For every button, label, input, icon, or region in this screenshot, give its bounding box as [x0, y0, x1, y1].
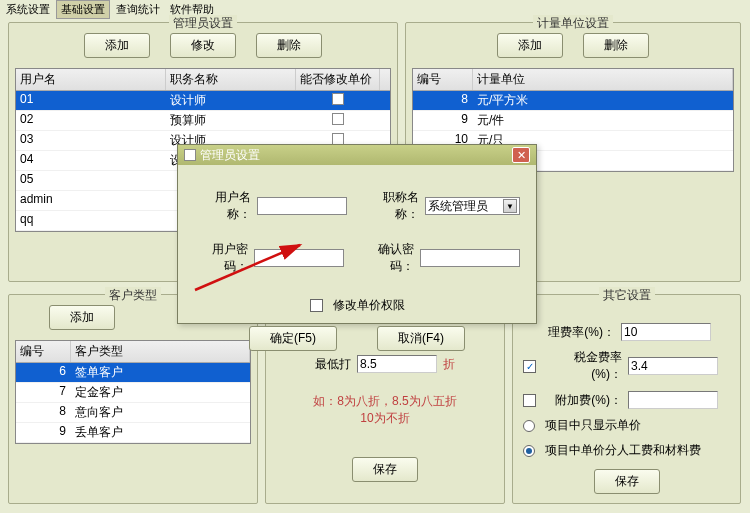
table-cell: 9	[413, 111, 473, 130]
table-cell: 02	[16, 111, 166, 130]
table-row[interactable]: 9元/件	[413, 111, 733, 131]
unit-add-button[interactable]: 添加	[497, 33, 563, 58]
admin-edit-button[interactable]: 修改	[170, 33, 236, 58]
other-opt2-label: 项目中单价分人工费和材料费	[545, 442, 701, 459]
admin-modal-title: 管理员设置	[200, 147, 260, 164]
table-cell: 01	[16, 91, 166, 110]
unit-panel-title: 计量单位设置	[533, 15, 613, 32]
table-cell: 9	[16, 423, 71, 442]
table-cell: 04	[16, 151, 166, 170]
other-opt1-radio[interactable]	[523, 420, 535, 432]
chevron-down-icon[interactable]: ▼	[503, 199, 517, 213]
modal-role-value: 系统管理员	[428, 198, 488, 215]
table-cell: 签单客户	[71, 363, 250, 382]
modal-pwd-input[interactable]	[254, 249, 344, 267]
menubar: 系统设置 基础设置 查询统计 软件帮助	[0, 0, 750, 18]
discount-save-button[interactable]: 保存	[352, 457, 418, 482]
table-cell: 元/平方米	[473, 91, 733, 110]
other-tax-check[interactable]: ✓	[523, 360, 536, 373]
table-row[interactable]: 01设计师	[16, 91, 390, 111]
unit-col-unit: 计量单位	[473, 69, 733, 90]
cust-col-id: 编号	[16, 341, 71, 362]
modal-pwd-label: 用户密码：	[194, 241, 248, 275]
other-tax-input[interactable]	[628, 357, 718, 375]
menu-system[interactable]: 系统设置	[2, 1, 54, 18]
table-cell: 05	[16, 171, 166, 190]
modal-perm-check[interactable]	[310, 299, 323, 312]
other-panel: 其它设置 理费率(%)： ✓ 税金费率(%)： 附加费(%)： 项目中只显示单价…	[512, 294, 741, 504]
table-cell: 8	[16, 403, 71, 422]
modal-role-select[interactable]: 系统管理员 ▼	[425, 197, 520, 215]
modal-cancel-button[interactable]: 取消(F4)	[377, 326, 465, 351]
row-checkbox[interactable]	[332, 93, 344, 105]
admin-modal: 管理员设置 ✕ 用户名称： 职称名称： 系统管理员 ▼ 用户密码： 确认密码： …	[177, 144, 537, 324]
modal-pwd2-input[interactable]	[420, 249, 520, 267]
other-mgmt-label: 理费率(%)：	[523, 324, 615, 341]
other-mgmt-input[interactable]	[621, 323, 711, 341]
other-extra-label: 附加费(%)：	[546, 392, 622, 409]
modal-pwd2-label: 确认密码：	[360, 241, 414, 275]
row-checkbox[interactable]	[332, 113, 344, 125]
modal-role-label: 职称名称：	[363, 189, 420, 223]
table-row[interactable]: 9丢单客户	[16, 423, 250, 443]
table-cell: 6	[16, 363, 71, 382]
modal-ok-button[interactable]: 确定(F5)	[249, 326, 337, 351]
table-cell: admin	[16, 191, 166, 210]
menu-query[interactable]: 查询统计	[112, 1, 164, 18]
table-cell: 设计师	[166, 91, 296, 110]
cust-add-button[interactable]: 添加	[49, 305, 115, 330]
other-tax-label: 税金费率(%)：	[546, 349, 622, 383]
other-extra-input[interactable]	[628, 391, 718, 409]
modal-perm-label: 修改单价权限	[333, 297, 405, 314]
modal-icon	[184, 149, 196, 161]
table-cell: 定金客户	[71, 383, 250, 402]
modal-user-input[interactable]	[257, 197, 347, 215]
table-cell	[296, 91, 380, 110]
table-cell: 7	[16, 383, 71, 402]
discount-note1: 如：8为八折，8.5为八五折	[266, 393, 504, 410]
table-row[interactable]: 02预算师	[16, 111, 390, 131]
discount-note2: 10为不折	[266, 410, 504, 427]
table-cell: qq	[16, 211, 166, 230]
admin-col-canedit: 能否修改单价	[296, 69, 380, 90]
table-row[interactable]: 8元/平方米	[413, 91, 733, 111]
cust-panel-title: 客户类型	[105, 287, 161, 304]
other-extra-check[interactable]	[523, 394, 536, 407]
admin-col-role: 职务名称	[166, 69, 296, 90]
admin-add-button[interactable]: 添加	[84, 33, 150, 58]
table-cell: 意向客户	[71, 403, 250, 422]
table-row[interactable]: 8意向客户	[16, 403, 250, 423]
admin-col-user: 用户名	[16, 69, 166, 90]
other-save-button[interactable]: 保存	[594, 469, 660, 494]
admin-panel-title: 管理员设置	[169, 15, 237, 32]
modal-user-label: 用户名称：	[194, 189, 251, 223]
table-cell	[296, 111, 380, 130]
table-cell: 丢单客户	[71, 423, 250, 442]
table-cell: 03	[16, 131, 166, 150]
menu-basic[interactable]: 基础设置	[56, 0, 110, 19]
admin-del-button[interactable]: 删除	[256, 33, 322, 58]
other-panel-title: 其它设置	[599, 287, 655, 304]
other-opt1-label: 项目中只显示单价	[545, 417, 641, 434]
unit-col-id: 编号	[413, 69, 473, 90]
admin-modal-titlebar[interactable]: 管理员设置 ✕	[178, 145, 536, 165]
table-row[interactable]: 7定金客户	[16, 383, 250, 403]
table-cell: 元/件	[473, 111, 733, 130]
table-cell: 预算师	[166, 111, 296, 130]
unit-del-button[interactable]: 删除	[583, 33, 649, 58]
table-cell: 8	[413, 91, 473, 110]
close-icon[interactable]: ✕	[512, 147, 530, 163]
other-opt2-radio[interactable]	[523, 445, 535, 457]
table-row[interactable]: 6签单客户	[16, 363, 250, 383]
